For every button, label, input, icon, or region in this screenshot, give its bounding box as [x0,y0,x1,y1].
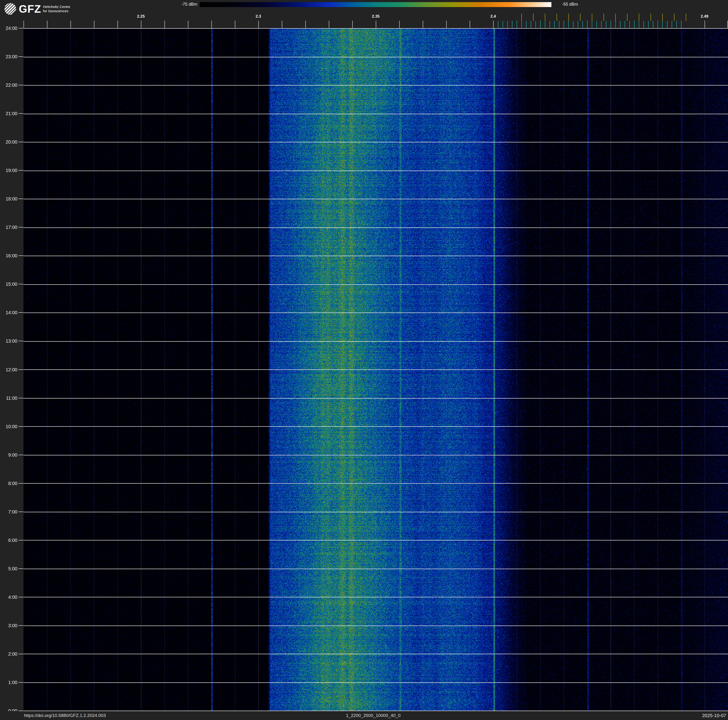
time-tick-label: 11:00 [0,395,17,401]
time-tick-dash [18,426,23,427]
teal-tick-mark [568,21,569,28]
teal-tick-mark [629,21,630,28]
yellow-tick-mark [533,14,534,21]
time-tick-dash [18,113,23,114]
teal-tick-mark [681,21,682,28]
yellow-tick-mark [592,14,592,21]
time-tick-label: 24:00 [0,25,17,31]
time-axis: 24:0023:0022:0021:0020:0019:0018:0017:00… [0,0,23,720]
minor-tick-mark [329,21,329,28]
time-tick-dash [18,483,23,484]
time-tick-dash [18,512,23,512]
time-tick-dash [18,625,23,626]
teal-tick-mark [578,21,578,28]
minor-tick-mark [235,21,235,28]
time-tick-label: 18:00 [0,196,17,202]
time-tick-dash [18,256,23,256]
time-tick-label: 3:00 [0,623,17,628]
teal-tick-mark [658,21,658,28]
minor-tick-mark [211,21,212,28]
time-tick-label: 20:00 [0,139,17,145]
frequency-tick-label: 2.49 [695,14,714,19]
time-tick-label: 13:00 [0,338,17,344]
yellow-tick-mark [627,14,627,21]
yellow-tick-mark [557,14,557,21]
teal-tick-mark [676,21,677,28]
yellow-tick-mark [545,14,545,21]
teal-tick-mark [540,21,541,28]
teal-tick-mark [545,21,545,28]
time-tick-dash [18,654,23,654]
teal-tick-mark [606,21,606,28]
frequency-tick-label: 2.4 [484,14,503,19]
minor-tick-mark [727,21,728,28]
time-tick-dash [18,568,23,569]
time-tick-label: 12:00 [0,367,17,372]
teal-tick-mark [615,21,616,28]
time-tick-dash [18,142,23,142]
frequency-tick-label: 2.3 [249,14,268,19]
minor-tick-mark [70,21,71,28]
teal-tick-mark [512,21,512,28]
teal-tick-mark [554,21,555,28]
time-tick-label: 10:00 [0,424,17,429]
time-tick-label: 14:00 [0,310,17,316]
minor-tick-mark [282,21,282,28]
spectrogram-page: GFZ Helmholtz Centre for Geosciences -75… [0,0,728,720]
time-tick-dash [18,85,23,85]
time-tick-label: 5:00 [0,566,17,571]
time-tick-label: 7:00 [0,509,17,515]
frequency-axis: 2.252.32.352.42.49 [0,0,728,28]
teal-tick-mark [526,21,526,28]
time-tick-label: 19:00 [0,167,17,173]
time-tick-dash [18,341,23,341]
frequency-tick-label: 2.35 [366,14,385,19]
teal-tick-mark [648,21,648,28]
minor-tick-mark [493,21,494,28]
time-tick-dash [18,28,23,28]
time-tick-label: 6:00 [0,538,17,543]
plot-title: 1_2200_2500_10000_40_0 [346,713,401,718]
time-tick-dash [18,284,23,284]
teal-tick-mark [531,21,531,28]
doi-text: https://doi.org/10.5880/GFZ.1.2.2024.003 [24,713,106,718]
time-tick-dash [18,170,23,171]
teal-tick-mark [662,21,663,28]
yellow-tick-mark [604,14,604,21]
spectrogram-heatmap [23,28,728,711]
teal-tick-mark [498,21,498,28]
time-tick-label: 23:00 [0,54,17,60]
teal-tick-mark [634,21,635,28]
footer-bar: https://doi.org/10.5880/GFZ.1.2.2024.003… [0,711,728,720]
minor-tick-mark [118,21,118,28]
minor-tick-mark [94,21,95,28]
yellow-tick-mark [650,14,651,21]
teal-tick-mark [549,21,550,28]
teal-tick-mark [587,21,587,28]
minor-tick-mark [446,21,447,28]
time-tick-dash [18,199,23,199]
minor-tick-mark [305,21,306,28]
teal-tick-mark [610,21,611,28]
teal-tick-mark [667,21,667,28]
time-tick-label: 9:00 [0,452,17,458]
time-tick-label: 2:00 [0,651,17,657]
teal-tick-mark [671,21,672,28]
time-tick-label: 15:00 [0,281,17,287]
teal-tick-mark [522,21,522,28]
time-tick-dash [18,597,23,597]
teal-tick-mark [535,21,536,28]
teal-tick-mark [639,21,639,28]
minor-tick-mark [470,21,470,28]
teal-tick-mark [507,21,508,28]
minor-tick-mark [376,21,376,28]
date-label: 2025-10-07 [702,713,726,718]
teal-tick-mark [503,21,503,28]
teal-tick-mark [583,21,583,28]
minor-tick-mark [164,21,165,28]
yellow-tick-mark [662,14,663,21]
time-tick-label: 16:00 [0,253,17,259]
time-tick-dash [18,369,23,370]
teal-tick-mark [559,21,560,28]
teal-tick-mark [564,21,564,28]
